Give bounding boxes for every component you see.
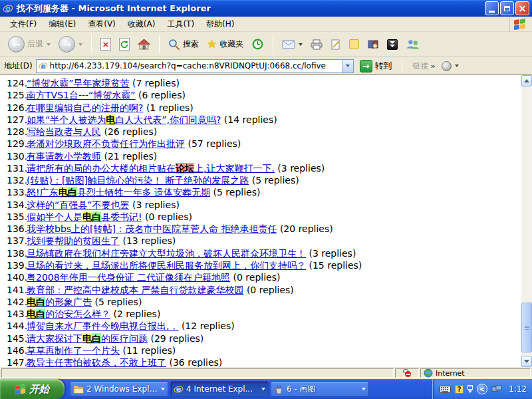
highlighted-term: 电 xyxy=(59,187,68,198)
menu-favorites[interactable]: 收藏(A) xyxy=(122,17,162,32)
plugin-button[interactable] xyxy=(439,59,462,73)
edit-button[interactable] xyxy=(328,37,344,52)
privacy-panel xyxy=(395,368,419,378)
topic-number: 141. xyxy=(7,285,27,295)
topic-link[interactable]: 假如半个人是电白县委书记! xyxy=(27,211,142,222)
address-dropdown-button[interactable] xyxy=(342,60,353,72)
topic-row: 128.写给当政者与人民 (26 replies) xyxy=(7,126,532,138)
topic-link[interactable]: 电白的治安怎么样？ xyxy=(27,309,110,319)
topic-row: 145.请大家探讨下电白的医疗问题 (29 replies) xyxy=(7,333,532,345)
history-button[interactable] xyxy=(249,36,267,53)
address-label: 地址(D) xyxy=(4,61,33,72)
address-url-input[interactable] xyxy=(50,61,342,72)
stop-button[interactable]: × xyxy=(98,36,114,53)
folder-icon xyxy=(73,385,84,394)
keyboard-tray-icon[interactable] xyxy=(440,386,451,393)
topic-link[interactable]: 在哪里编辑自己的注册的啊? xyxy=(27,102,143,113)
topic-link[interactable]: 南方TVS1台---“博贺水霸” xyxy=(27,90,136,100)
language-bar-restore-icon[interactable] xyxy=(467,385,473,393)
taskbtn-windows-explorer[interactable]: 2 Windows Explorer xyxy=(70,381,168,397)
go-button[interactable]: → 转到 xyxy=(357,59,395,73)
taskbar: 开始 2 Windows Explorer e 4 Internet Expl.… xyxy=(0,379,532,399)
forward-button[interactable]: → xyxy=(56,34,85,55)
back-button[interactable]: ← 后退 xyxy=(5,34,53,55)
topic-link[interactable]: 教导主任害怕被砍杀，不敢上班了 xyxy=(27,357,166,367)
reply-count: (12 replies) xyxy=(178,321,234,331)
topic-link[interactable]: 有事请教小学教师 xyxy=(27,151,101,162)
search-icon xyxy=(168,39,180,51)
menu-edit[interactable]: 编辑(E) xyxy=(43,17,82,32)
restore-button[interactable] xyxy=(500,1,514,15)
ime-help-icon[interactable]: ? xyxy=(455,385,464,394)
topic-row: 127.如果“半个人被选为电白人大代表”,你们同意吗? (14 replies) xyxy=(7,114,532,126)
svg-text:e: e xyxy=(41,62,45,70)
topic-link[interactable]: 草草再制作了一个片头 xyxy=(27,345,120,356)
topic-link[interactable]: 我学校bbs上的[转帖]：茂名市中医院草菅人命 拒绝承担责任 xyxy=(27,223,277,234)
topic-link[interactable]: 请把所有的局的办公大楼的相片贴在论坛上,让大家鞭打一下. xyxy=(27,163,275,174)
print-button[interactable] xyxy=(308,37,325,52)
scroll-up-button[interactable] xyxy=(521,75,532,86)
taskbtn-internet-explorer[interactable]: e 4 Internet Expl... xyxy=(170,381,269,397)
back-label: 后退 xyxy=(27,39,43,50)
links-bar[interactable]: 链接 » xyxy=(413,61,436,72)
menu-view[interactable]: 查看(V) xyxy=(82,17,122,32)
topic-number: 147. xyxy=(7,357,27,367)
mail-dropdown-icon xyxy=(299,43,303,46)
notes-button[interactable] xyxy=(346,37,362,51)
reply-count: (0 replies) xyxy=(243,285,293,295)
reply-count: (36 replies) xyxy=(166,357,222,367)
topic-link[interactable]: “博贺水霸”早年家境贫苦 xyxy=(27,78,130,88)
home-button[interactable] xyxy=(135,37,153,52)
topic-link[interactable]: 这样的“百强县”不要也罢 xyxy=(27,200,130,210)
topic-row: 137.找到要帮助的贫困生了 (13 replies) xyxy=(7,235,532,247)
vertical-scrollbar[interactable] xyxy=(521,75,532,367)
scrollbar-thumb[interactable] xyxy=(521,303,532,352)
search-button[interactable]: 搜索 xyxy=(166,37,201,53)
start-button[interactable]: 开始 xyxy=(0,379,65,399)
topic-link[interactable]: 教育部：严控高中建校成本 严禁自行贷款建豪华校园 xyxy=(27,285,243,295)
menu-tools[interactable]: 工具(T) xyxy=(161,17,200,32)
messenger-button[interactable] xyxy=(403,37,422,52)
topic-number: 140. xyxy=(7,272,27,283)
refresh-button[interactable] xyxy=(116,36,132,53)
topic-row: 129.老潘对沙琅政府不负责任行为作出批评 (57 replies) xyxy=(7,138,532,150)
references-button[interactable] xyxy=(364,37,382,52)
toolbar-separator xyxy=(159,35,160,54)
forward-dropdown-icon xyxy=(78,43,82,46)
edit-icon xyxy=(331,39,341,50)
reply-count: (13 replies) xyxy=(120,235,176,246)
highlighted-term: 论坛 xyxy=(176,163,194,174)
topic-link[interactable]: 旦场的看过来，旦场派出所将便民利民服务放到网上，你们支持吗？ xyxy=(27,260,306,271)
topic-number: 136. xyxy=(7,223,27,234)
topic-link[interactable]: 怒!广东电白县烈士牺牲一年多 遗体安葬无期 xyxy=(27,187,210,198)
topic-link[interactable]: 如果“半个人被选为电白人大代表”,你们同意吗? xyxy=(27,114,221,125)
topic-row: 131.请把所有的局的办公大楼的相片贴在论坛上,让大家鞭打一下. (3 repl… xyxy=(7,163,532,175)
highlighted-term: 电 xyxy=(82,333,92,344)
topic-link[interactable]: 找到要帮助的贫困生了 xyxy=(27,235,120,246)
close-button[interactable]: × xyxy=(515,1,529,15)
topic-link[interactable]: 电白的形象广告 xyxy=(27,297,92,307)
favorites-button[interactable]: ★ 收藏夹 xyxy=(204,37,246,52)
network-tray-icon[interactable] xyxy=(491,385,502,393)
topic-link[interactable]: 写给当政者与人民 xyxy=(27,126,101,137)
download-manager-button[interactable] xyxy=(384,37,400,52)
taskbtn-paint[interactable]: 6 - 画图 xyxy=(271,381,369,397)
tray-collapse-icon[interactable]: < xyxy=(477,384,487,394)
topic-list: 124.“博贺水霸”早年家境贫苦 (7 replies)125.南方TVS1台-… xyxy=(0,75,532,367)
topic-link[interactable]: 博贺自来水厂事件今晚电视台报出,， xyxy=(27,321,178,331)
status-bar: Internet xyxy=(0,367,532,379)
topic-row: 147.教导主任害怕被砍杀，不敢上班了 (36 replies) xyxy=(7,357,532,367)
mail-button[interactable] xyxy=(279,38,305,51)
topic-link[interactable]: 老潘对沙琅政府不负责任行为作出批评 xyxy=(27,138,185,149)
topic-link[interactable]: 粤2008年停用一代身份证 二代证像须在户籍地照 xyxy=(27,272,230,283)
menu-help[interactable]: 帮助(H) xyxy=(200,17,240,32)
topic-link[interactable]: (转贴)：[贴图]触目惊心的污染！ 断子绝孙的发展之路 xyxy=(27,175,249,186)
topic-link[interactable]: 旦场镇政府在我们村庄旁建立大型垃圾池，破坏人民群众环境卫生！ xyxy=(27,248,306,259)
topic-number: 146. xyxy=(7,345,27,356)
scroll-down-button[interactable] xyxy=(521,356,532,367)
menu-file[interactable]: 文件(F) xyxy=(4,17,43,32)
topic-link[interactable]: 请大家探讨下电白的医疗问题 xyxy=(27,333,148,344)
topic-number: 125. xyxy=(7,90,27,100)
minimize-button[interactable] xyxy=(485,1,499,15)
addressbar-separator xyxy=(402,59,402,72)
